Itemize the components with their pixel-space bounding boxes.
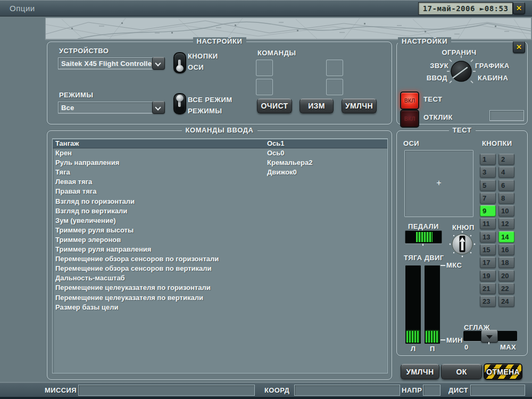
footer-default-label: УМЛЧН	[406, 368, 434, 376]
pedals-label: ПЕДАЛИ	[408, 222, 439, 230]
test-button-indicator-4: 4	[498, 167, 514, 178]
test-buttons-grid: 123456789101112131415161718192021222324	[480, 154, 514, 307]
distance-input[interactable]	[470, 385, 525, 396]
options-panel-title: НАСТРОЙКИ	[398, 37, 451, 45]
stick-knob	[448, 230, 477, 259]
test-button-indicator-21: 21	[480, 283, 496, 294]
smoothing-slider-handle[interactable]	[481, 330, 498, 343]
test-button-indicator-2: 2	[498, 154, 514, 165]
datetime-display: 17-май-2006 ►08:53	[418, 2, 513, 15]
footer-default-button[interactable]: УМЛЧН	[401, 364, 439, 379]
device-dropdown-button[interactable]	[152, 57, 165, 70]
pedals-fill	[416, 232, 433, 242]
list-item[interactable]: Руль направленияКремальера2	[53, 158, 387, 168]
throttle-left-fill	[406, 331, 420, 343]
list-item[interactable]: Взгляд по горизонтали	[53, 197, 387, 206]
default-button-label: УМЛЧН	[345, 102, 373, 110]
list-item[interactable]: Триммер руля высоты	[53, 226, 387, 235]
list-item[interactable]: Перемещение целеуказателя по вертикали	[53, 293, 387, 303]
modes-label: РЕЖИМЫ	[59, 91, 93, 99]
chevron-down-icon	[156, 61, 160, 65]
list-item[interactable]: Размер базы цели	[53, 303, 387, 312]
list-item[interactable]: Дальность-масштаб	[53, 273, 387, 283]
command-binding: Движок0	[267, 168, 297, 176]
list-item[interactable]: Правая тяга	[53, 187, 387, 196]
modes-select-value: Все	[61, 104, 74, 112]
modes-select[interactable]: Все	[58, 102, 156, 113]
change-button[interactable]: ИЗМ	[300, 98, 334, 113]
command-name: Дальность-масштаб	[55, 274, 125, 282]
list-item[interactable]: Перемещение целеуказателя по горизонтали	[53, 283, 387, 293]
clear-button[interactable]: ОЧИСТ	[257, 98, 292, 113]
response-indicator-glyph: ВКЛ	[404, 116, 415, 122]
device-label: УСТРОЙСТВО	[59, 47, 109, 55]
command-binding: Ось0	[267, 149, 285, 157]
settings-panel-title: НАСТРОЙКИ	[193, 37, 246, 45]
close-window-button[interactable]: ✕	[513, 2, 525, 14]
command-name: Перемещение обзора сенсоров по горизонта…	[55, 255, 219, 263]
list-item[interactable]: Левая тяга	[53, 177, 387, 187]
throttle-max-label: МКС	[446, 261, 462, 269]
test-label: ТЕСТ	[423, 95, 442, 103]
command-name: Взгляд по вертикали	[55, 207, 127, 215]
list-item[interactable]: ТягаДвижок0	[53, 168, 387, 177]
throttle-right-letter: П	[430, 345, 435, 353]
command-name: Перемещение обзора сенсоров по вертикали	[55, 264, 212, 272]
test-panel-title: ТЕСТ	[448, 126, 475, 134]
list-item[interactable]: КренОсь0	[53, 148, 387, 158]
list-item[interactable]: Перемещение обзора сенсоров по горизонта…	[53, 254, 387, 264]
test-button-indicator-18: 18	[498, 257, 514, 268]
test-button-indicator-6: 6	[498, 180, 514, 191]
test-button-indicator-15: 15	[480, 244, 496, 255]
toggle-knob	[176, 95, 184, 102]
toggle-allmode-label: ВСЕ РЕЖИМ	[188, 96, 232, 104]
chevron-down-icon	[156, 105, 160, 110]
bearing-input[interactable]	[423, 385, 440, 396]
buttons-axes-toggle[interactable]	[173, 52, 186, 73]
list-item[interactable]: Триммер элеронов	[53, 235, 387, 245]
test-button-indicator-17: 17	[480, 257, 496, 268]
window-title: Опции	[10, 4, 35, 13]
cancel-button[interactable]: ОТМЕНА	[484, 363, 522, 380]
test-button-indicator-1: 1	[480, 154, 496, 165]
command-name: Руль направления	[55, 159, 119, 167]
command-name: Триммер элеронов	[55, 236, 121, 244]
default-button[interactable]: УМЛЧН	[342, 98, 377, 113]
response-indicator-button[interactable]: ВКЛ	[400, 110, 419, 128]
category-selector-knob[interactable]	[443, 53, 480, 90]
status-bar: МИССИЯ КООРД НАПР ДИСТ	[0, 382, 532, 397]
list-item[interactable]: ТангажОсь1	[53, 139, 387, 148]
list-item[interactable]: Триммер руля направления	[53, 245, 387, 254]
ok-button[interactable]: ОК	[441, 364, 482, 379]
pedals-center-tick	[422, 244, 423, 246]
mission-input[interactable]	[78, 385, 255, 396]
test-indicator-button[interactable]: ВКЛ	[400, 92, 419, 110]
command-name: Тангаж	[55, 139, 79, 147]
list-item[interactable]: Взгляд по вертикали	[53, 206, 387, 216]
command-name: Взгляд по горизонтали	[55, 197, 135, 205]
command-list[interactable]: ТангажОсь1КренОсь0Руль направленияКремал…	[52, 138, 388, 373]
allmode-modes-toggle[interactable]	[173, 93, 186, 114]
throttle-left-letter: Л	[411, 345, 416, 353]
toggle-buttons-label: КНОПКИ	[188, 52, 218, 60]
response-label: ОТКЛИК	[423, 113, 453, 121]
device-select[interactable]: Saitek X45 Flight Controlle	[58, 57, 156, 69]
coord-input[interactable]	[294, 385, 400, 396]
list-item[interactable]: Перемещение обзора сенсоров по вертикали	[53, 264, 387, 273]
smoothing-zero-label: 0	[464, 343, 469, 351]
list-item[interactable]: Зум (увеличение)	[53, 216, 387, 226]
smoothing-slider[interactable]	[463, 331, 517, 341]
throttle-right-bar	[425, 265, 440, 344]
map-strip-image	[45, 18, 531, 39]
modes-dropdown-button[interactable]	[152, 101, 165, 114]
test-button-indicator-12: 12	[498, 218, 514, 229]
axes-crosshair: +	[405, 178, 473, 188]
ok-button-label: ОК	[456, 368, 467, 376]
close-panel-button[interactable]: ✕	[513, 41, 525, 53]
response-value-field[interactable]	[489, 110, 524, 121]
test-button-indicator-8: 8	[498, 193, 514, 204]
command-name: Зум (увеличение)	[55, 217, 115, 225]
command-name: Перемещение целеуказателя по вертикали	[55, 294, 203, 302]
command-slot-2	[326, 60, 343, 76]
change-button-label: ИЗМ	[308, 102, 325, 110]
